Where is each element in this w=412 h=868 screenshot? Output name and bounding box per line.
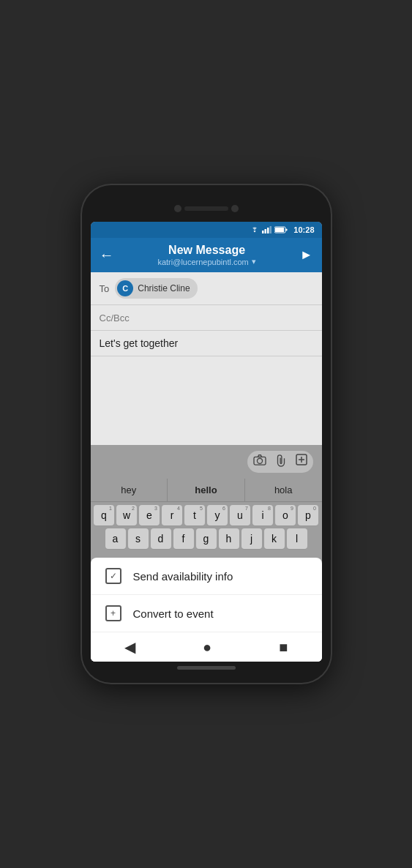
key-q[interactable]: 1q	[94, 505, 114, 525]
key-o[interactable]: 9o	[275, 505, 296, 525]
app-bar-title: New Message katri@lucernepubintl.com ▾	[114, 244, 300, 266]
sheet-item-availability[interactable]: ✓ Send availability info	[91, 558, 322, 595]
key-p[interactable]: 0p	[298, 505, 318, 525]
add-button[interactable]	[296, 454, 307, 470]
paperclip-icon	[275, 454, 287, 467]
svg-rect-3	[270, 226, 272, 233]
home-bar	[177, 666, 236, 670]
signal-icon	[262, 226, 272, 233]
phone-screen: 10:28 ← New Message katri@lucernepubintl…	[91, 222, 322, 662]
back-button[interactable]: ←	[100, 247, 114, 263]
paperclip-button[interactable]	[275, 454, 287, 470]
recipient-chip[interactable]: C Christie Cline	[115, 278, 197, 299]
key-i[interactable]: 8i	[252, 505, 273, 525]
svg-point-8	[257, 458, 262, 463]
key-g[interactable]: g	[196, 528, 217, 549]
app-title: New Message	[114, 244, 300, 257]
key-r[interactable]: 4r	[162, 505, 182, 525]
key-k[interactable]: k	[264, 528, 285, 549]
key-h[interactable]: h	[219, 528, 239, 549]
svg-rect-1	[265, 229, 267, 233]
nav-home-button[interactable]: ●	[203, 639, 211, 656]
key-d[interactable]: d	[151, 528, 171, 549]
svg-rect-6	[275, 228, 284, 232]
svg-rect-5	[286, 229, 288, 231]
nav-back-button[interactable]: ◀	[124, 638, 135, 656]
cc-label: Cc/Bcc	[100, 313, 130, 323]
send-button[interactable]: ►	[300, 247, 313, 263]
key-l[interactable]: l	[287, 528, 307, 549]
bottom-sheet: ✓ Send availability info + Convert to ev…	[91, 558, 322, 662]
camera-button[interactable]	[253, 454, 266, 470]
keyboard: 1q 2w 3e 4r 5t 6y 7u 8i 9o 0p a s d f g …	[91, 502, 322, 558]
body-area[interactable]	[91, 356, 322, 445]
to-row[interactable]: To C Christie Cline	[91, 272, 322, 305]
word-suggestions: hey hello hola	[91, 479, 322, 502]
recipient-avatar: C	[117, 280, 133, 296]
key-u[interactable]: 7u	[230, 505, 250, 525]
cc-row[interactable]: Cc/Bcc	[91, 305, 322, 331]
status-bar: 10:28	[91, 222, 322, 238]
convert-label: Convert to event	[133, 607, 214, 620]
keyboard-row-2: a s d f g h j k l	[92, 528, 321, 549]
front-camera	[174, 205, 181, 212]
nav-recents-button[interactable]: ■	[279, 639, 288, 656]
subject-text: Let's get together	[100, 337, 179, 349]
nav-bar: ◀ ● ■	[91, 632, 322, 662]
key-s[interactable]: s	[128, 528, 149, 549]
recipient-name: Christie Cline	[138, 283, 190, 293]
to-label: To	[100, 283, 110, 294]
sheet-item-convert[interactable]: + Convert to event	[91, 595, 322, 632]
suggestion-hey[interactable]: hey	[91, 479, 168, 501]
svg-rect-2	[267, 228, 269, 233]
suggestion-hola[interactable]: hola	[245, 479, 322, 501]
svg-rect-0	[262, 231, 264, 233]
speaker	[184, 206, 228, 211]
suggestion-hello[interactable]: hello	[168, 479, 245, 501]
subject-row[interactable]: Let's get together	[91, 331, 322, 356]
availability-icon: ✓	[105, 568, 121, 584]
attachment-bar	[91, 445, 322, 479]
compose-area: To C Christie Cline Cc/Bcc Let's get tog…	[91, 272, 322, 445]
camera-icon	[253, 454, 266, 465]
availability-label: Send availability info	[133, 570, 233, 583]
app-bar: ← New Message katri@lucernepubintl.com ▾…	[91, 238, 322, 272]
key-j[interactable]: j	[241, 528, 262, 549]
convert-icon: +	[105, 605, 121, 621]
key-w[interactable]: 2w	[116, 505, 137, 525]
key-f[interactable]: f	[173, 528, 194, 549]
add-icon	[296, 454, 307, 465]
key-a[interactable]: a	[105, 528, 126, 549]
status-icons	[250, 226, 288, 233]
wifi-icon	[250, 226, 260, 233]
keyboard-row-1: 1q 2w 3e 4r 5t 6y 7u 8i 9o 0p	[92, 505, 321, 525]
phone-shell: 10:28 ← New Message katri@lucernepubintl…	[82, 185, 331, 683]
status-time: 10:28	[293, 225, 314, 234]
app-subtitle: katri@lucernepubintl.com ▾	[114, 257, 300, 266]
battery-icon	[274, 226, 288, 233]
key-e[interactable]: 3e	[139, 505, 160, 525]
key-t[interactable]: 5t	[184, 505, 205, 525]
sensor	[231, 205, 239, 212]
key-y[interactable]: 6y	[207, 505, 228, 525]
phone-top-bar	[91, 198, 322, 219]
attachment-buttons	[247, 451, 313, 473]
phone-bottom-bar	[91, 666, 322, 670]
